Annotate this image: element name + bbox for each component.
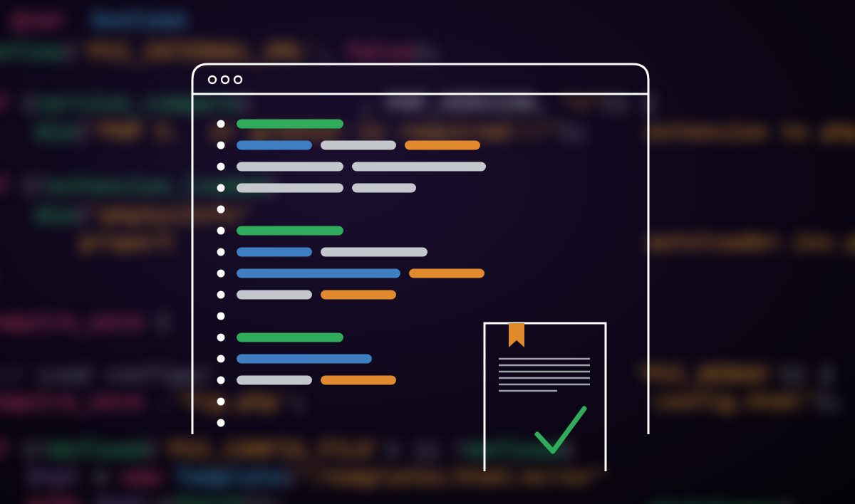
line-bullet-icon bbox=[217, 142, 225, 149]
line-bullet-icon bbox=[217, 227, 225, 235]
code-token-bar bbox=[237, 355, 372, 364]
line-bullet-icon bbox=[217, 184, 225, 192]
line-bullet-icon bbox=[217, 334, 225, 342]
line-bullet-icon bbox=[217, 419, 225, 427]
code-token-bar bbox=[405, 141, 480, 150]
code-token-bar bbox=[237, 184, 343, 193]
window-control-dot-icon bbox=[209, 76, 216, 83]
line-bullet-icon bbox=[217, 163, 225, 171]
line-bullet-icon bbox=[217, 270, 225, 278]
code-token-bar bbox=[237, 141, 312, 150]
code-token-bar bbox=[321, 141, 396, 150]
document-card bbox=[484, 323, 606, 471]
line-bullet-icon bbox=[217, 206, 225, 214]
code-token-bar bbox=[237, 162, 343, 172]
window-control-dot-icon bbox=[222, 76, 229, 83]
line-bullet-icon bbox=[217, 398, 225, 406]
code-token-bar bbox=[237, 248, 312, 257]
code-token-bar bbox=[321, 248, 428, 257]
background-blurred-code: @var boolean define('PSI_INTERNAL_XML', … bbox=[0, 0, 855, 504]
code-token-bar bbox=[237, 333, 343, 342]
line-bullet-icon bbox=[217, 313, 225, 320]
code-token-bar bbox=[237, 226, 343, 236]
editor-illustration bbox=[0, 0, 855, 504]
code-token-bar bbox=[237, 269, 400, 278]
code-token-bar bbox=[321, 290, 396, 300]
line-bullet-icon bbox=[217, 248, 225, 256]
code-token-bar bbox=[237, 120, 343, 129]
bookmark-icon bbox=[509, 323, 524, 347]
line-bullet-icon bbox=[217, 291, 225, 299]
code-token-bar bbox=[321, 376, 396, 385]
window-control-dot-icon bbox=[234, 76, 242, 83]
code-token-bar bbox=[352, 162, 486, 172]
line-bullet-icon bbox=[217, 377, 225, 384]
line-bullet-icon bbox=[217, 120, 225, 128]
code-token-bar bbox=[237, 376, 312, 385]
window-frame bbox=[192, 64, 648, 434]
code-token-bar bbox=[352, 184, 416, 193]
line-bullet-icon bbox=[217, 355, 225, 363]
checkmark-icon bbox=[537, 409, 584, 451]
code-token-bar bbox=[237, 290, 312, 300]
code-token-bar bbox=[409, 269, 484, 278]
